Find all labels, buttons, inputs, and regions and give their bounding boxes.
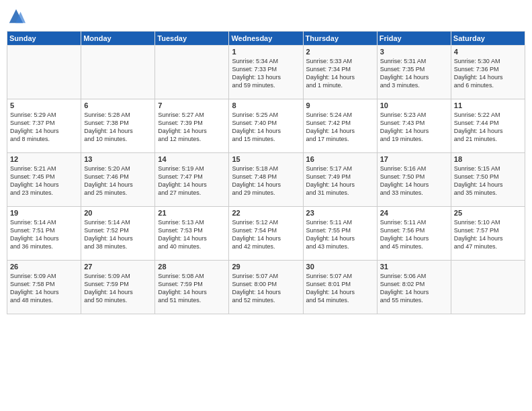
calendar-table: SundayMondayTuesdayWednesdayThursdayFrid… xyxy=(7,31,525,314)
week-row-1: 1Sunrise: 5:34 AM Sunset: 7:33 PM Daylig… xyxy=(7,46,525,99)
day-cell: 20Sunrise: 5:14 AM Sunset: 7:52 PM Dayli… xyxy=(81,207,155,261)
day-info: Sunrise: 5:25 AM Sunset: 7:40 PM Dayligh… xyxy=(232,111,300,144)
logo xyxy=(7,7,28,26)
day-info: Sunrise: 5:18 AM Sunset: 7:48 PM Dayligh… xyxy=(232,165,300,197)
day-number: 29 xyxy=(232,263,300,271)
logo-icon xyxy=(7,7,26,26)
day-number: 13 xyxy=(84,155,152,163)
day-cell: 19Sunrise: 5:14 AM Sunset: 7:51 PM Dayli… xyxy=(7,207,81,261)
day-cell: 3Sunrise: 5:31 AM Sunset: 7:35 PM Daylig… xyxy=(377,46,451,99)
day-info: Sunrise: 5:16 AM Sunset: 7:50 PM Dayligh… xyxy=(380,165,448,197)
day-number: 22 xyxy=(232,209,300,217)
day-number: 7 xyxy=(158,101,226,109)
weekday-header-saturday: Saturday xyxy=(451,32,525,46)
day-number: 4 xyxy=(454,48,522,56)
day-number: 3 xyxy=(380,48,448,56)
day-number: 11 xyxy=(454,101,522,109)
day-info: Sunrise: 5:29 AM Sunset: 7:37 PM Dayligh… xyxy=(10,111,78,144)
day-cell: 7Sunrise: 5:27 AM Sunset: 7:39 PM Daylig… xyxy=(155,99,229,153)
day-info: Sunrise: 5:22 AM Sunset: 7:44 PM Dayligh… xyxy=(454,111,522,144)
day-number: 31 xyxy=(380,263,448,271)
day-number: 9 xyxy=(306,101,374,109)
day-info: Sunrise: 5:12 AM Sunset: 7:54 PM Dayligh… xyxy=(232,218,300,251)
day-info: Sunrise: 5:11 AM Sunset: 7:55 PM Dayligh… xyxy=(306,218,374,251)
day-info: Sunrise: 5:07 AM Sunset: 8:01 PM Dayligh… xyxy=(306,272,374,305)
day-number: 25 xyxy=(454,209,522,217)
day-info: Sunrise: 5:34 AM Sunset: 7:33 PM Dayligh… xyxy=(232,57,300,90)
day-cell xyxy=(451,261,525,314)
day-info: Sunrise: 5:14 AM Sunset: 7:51 PM Dayligh… xyxy=(10,218,78,251)
day-info: Sunrise: 5:31 AM Sunset: 7:35 PM Dayligh… xyxy=(380,57,448,90)
day-number: 28 xyxy=(158,263,226,271)
day-cell: 4Sunrise: 5:30 AM Sunset: 7:36 PM Daylig… xyxy=(451,46,525,99)
day-number: 19 xyxy=(10,209,78,217)
day-cell: 16Sunrise: 5:17 AM Sunset: 7:49 PM Dayli… xyxy=(303,153,377,207)
day-number: 2 xyxy=(306,48,374,56)
day-info: Sunrise: 5:23 AM Sunset: 7:43 PM Dayligh… xyxy=(380,111,448,144)
week-row-5: 26Sunrise: 5:09 AM Sunset: 7:58 PM Dayli… xyxy=(7,261,525,314)
calendar-header: SundayMondayTuesdayWednesdayThursdayFrid… xyxy=(7,32,525,46)
day-cell: 17Sunrise: 5:16 AM Sunset: 7:50 PM Dayli… xyxy=(377,153,451,207)
day-info: Sunrise: 5:14 AM Sunset: 7:52 PM Dayligh… xyxy=(84,218,152,251)
day-number: 20 xyxy=(84,209,152,217)
day-cell: 30Sunrise: 5:07 AM Sunset: 8:01 PM Dayli… xyxy=(303,261,377,314)
day-number: 8 xyxy=(232,101,300,109)
day-cell: 13Sunrise: 5:20 AM Sunset: 7:46 PM Dayli… xyxy=(81,153,155,207)
day-number: 30 xyxy=(306,263,374,271)
day-cell: 21Sunrise: 5:13 AM Sunset: 7:53 PM Dayli… xyxy=(155,207,229,261)
weekday-header-tuesday: Tuesday xyxy=(155,32,229,46)
day-number: 6 xyxy=(84,101,152,109)
day-info: Sunrise: 5:24 AM Sunset: 7:42 PM Dayligh… xyxy=(306,111,374,144)
day-info: Sunrise: 5:06 AM Sunset: 8:02 PM Dayligh… xyxy=(380,272,448,305)
day-cell: 18Sunrise: 5:15 AM Sunset: 7:50 PM Dayli… xyxy=(451,153,525,207)
day-cell: 27Sunrise: 5:09 AM Sunset: 7:59 PM Dayli… xyxy=(81,261,155,314)
day-info: Sunrise: 5:30 AM Sunset: 7:36 PM Dayligh… xyxy=(454,57,522,90)
day-number: 16 xyxy=(306,155,374,163)
day-info: Sunrise: 5:09 AM Sunset: 7:58 PM Dayligh… xyxy=(10,272,78,305)
day-number: 26 xyxy=(10,263,78,271)
day-info: Sunrise: 5:19 AM Sunset: 7:47 PM Dayligh… xyxy=(158,165,226,197)
day-info: Sunrise: 5:20 AM Sunset: 7:46 PM Dayligh… xyxy=(84,165,152,197)
day-cell: 10Sunrise: 5:23 AM Sunset: 7:43 PM Dayli… xyxy=(377,99,451,153)
day-cell: 28Sunrise: 5:08 AM Sunset: 7:59 PM Dayli… xyxy=(155,261,229,314)
day-cell: 5Sunrise: 5:29 AM Sunset: 7:37 PM Daylig… xyxy=(7,99,81,153)
day-info: Sunrise: 5:33 AM Sunset: 7:34 PM Dayligh… xyxy=(306,57,374,90)
day-info: Sunrise: 5:21 AM Sunset: 7:45 PM Dayligh… xyxy=(10,165,78,197)
day-info: Sunrise: 5:11 AM Sunset: 7:56 PM Dayligh… xyxy=(380,218,448,251)
weekday-header-monday: Monday xyxy=(81,32,155,46)
day-number: 12 xyxy=(10,155,78,163)
day-info: Sunrise: 5:17 AM Sunset: 7:49 PM Dayligh… xyxy=(306,165,374,197)
day-cell: 15Sunrise: 5:18 AM Sunset: 7:48 PM Dayli… xyxy=(229,153,303,207)
day-number: 27 xyxy=(84,263,152,271)
day-info: Sunrise: 5:08 AM Sunset: 7:59 PM Dayligh… xyxy=(158,272,226,305)
weekday-row: SundayMondayTuesdayWednesdayThursdayFrid… xyxy=(7,32,525,46)
day-cell: 22Sunrise: 5:12 AM Sunset: 7:54 PM Dayli… xyxy=(229,207,303,261)
day-cell: 14Sunrise: 5:19 AM Sunset: 7:47 PM Dayli… xyxy=(155,153,229,207)
calendar-body: 1Sunrise: 5:34 AM Sunset: 7:33 PM Daylig… xyxy=(7,46,525,314)
calendar-page: SundayMondayTuesdayWednesdayThursdayFrid… xyxy=(0,0,532,411)
day-number: 21 xyxy=(158,209,226,217)
day-number: 24 xyxy=(380,209,448,217)
week-row-3: 12Sunrise: 5:21 AM Sunset: 7:45 PM Dayli… xyxy=(7,153,525,207)
day-info: Sunrise: 5:27 AM Sunset: 7:39 PM Dayligh… xyxy=(158,111,226,144)
weekday-header-thursday: Thursday xyxy=(303,32,377,46)
day-cell xyxy=(7,46,81,99)
day-cell: 29Sunrise: 5:07 AM Sunset: 8:00 PM Dayli… xyxy=(229,261,303,314)
week-row-4: 19Sunrise: 5:14 AM Sunset: 7:51 PM Dayli… xyxy=(7,207,525,261)
day-info: Sunrise: 5:15 AM Sunset: 7:50 PM Dayligh… xyxy=(454,165,522,197)
day-cell: 11Sunrise: 5:22 AM Sunset: 7:44 PM Dayli… xyxy=(451,99,525,153)
header xyxy=(7,7,525,26)
weekday-header-wednesday: Wednesday xyxy=(229,32,303,46)
day-cell: 26Sunrise: 5:09 AM Sunset: 7:58 PM Dayli… xyxy=(7,261,81,314)
day-cell: 6Sunrise: 5:28 AM Sunset: 7:38 PM Daylig… xyxy=(81,99,155,153)
day-info: Sunrise: 5:13 AM Sunset: 7:53 PM Dayligh… xyxy=(158,218,226,251)
day-number: 5 xyxy=(10,101,78,109)
day-cell: 12Sunrise: 5:21 AM Sunset: 7:45 PM Dayli… xyxy=(7,153,81,207)
day-cell: 8Sunrise: 5:25 AM Sunset: 7:40 PM Daylig… xyxy=(229,99,303,153)
day-number: 1 xyxy=(232,48,300,56)
day-cell: 9Sunrise: 5:24 AM Sunset: 7:42 PM Daylig… xyxy=(303,99,377,153)
day-cell: 2Sunrise: 5:33 AM Sunset: 7:34 PM Daylig… xyxy=(303,46,377,99)
day-number: 14 xyxy=(158,155,226,163)
day-cell: 31Sunrise: 5:06 AM Sunset: 8:02 PM Dayli… xyxy=(377,261,451,314)
day-cell: 24Sunrise: 5:11 AM Sunset: 7:56 PM Dayli… xyxy=(377,207,451,261)
